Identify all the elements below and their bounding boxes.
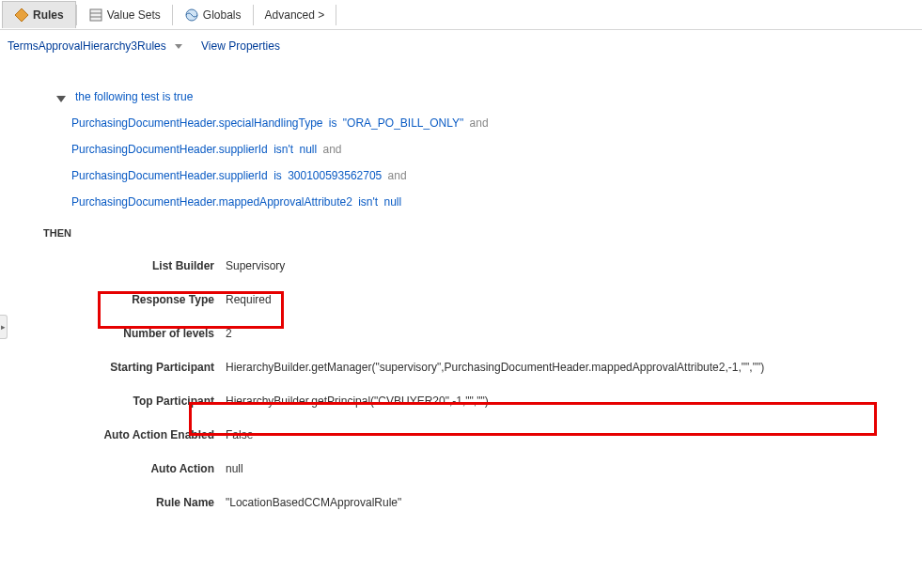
side-expand-handle[interactable]: ▸: [0, 315, 8, 339]
prop-label: Response Type: [47, 293, 226, 306]
condition-op: isn't: [273, 143, 293, 156]
condition-op: is: [273, 169, 282, 182]
test-header: the following test is true: [56, 90, 884, 103]
prop-value[interactable]: False: [226, 428, 253, 441]
prop-value[interactable]: Supervisory: [226, 259, 285, 272]
collapse-icon[interactable]: [56, 96, 66, 102]
tab-label: Globals: [203, 8, 242, 22]
prop-label: List Builder: [47, 259, 226, 272]
tab-bar: Rules Value Sets Globals Advanced >: [0, 0, 922, 30]
condition-row[interactable]: PurchasingDocumentHeader.supplierId isn'…: [71, 143, 884, 156]
rules-icon: [14, 8, 29, 23]
svg-rect-1: [90, 9, 102, 21]
condition-value: 300100593562705: [288, 169, 382, 182]
value-sets-icon: [88, 8, 103, 23]
prop-label: Auto Action: [47, 462, 226, 475]
tab-advanced[interactable]: Advanced >: [254, 3, 336, 27]
prop-response-type: Response Type Required: [47, 289, 884, 310]
tab-globals[interactable]: Globals: [173, 2, 253, 28]
condition-value: null: [384, 195, 402, 209]
condition-and: and: [388, 169, 407, 182]
prop-rule-name: Rule Name "LocationBasedCCMApprovalRule": [47, 492, 884, 513]
prop-label: Top Participant: [47, 395, 226, 408]
condition-op: is: [329, 116, 337, 130]
prop-value[interactable]: "LocationBasedCCMApprovalRule": [226, 496, 401, 509]
prop-value[interactable]: Required: [226, 293, 272, 306]
condition-row[interactable]: PurchasingDocumentHeader.supplierId is 3…: [71, 169, 884, 182]
prop-num-levels: Number of levels 2: [47, 323, 884, 344]
condition-field: PurchasingDocumentHeader.supplierId: [71, 169, 268, 182]
condition-value: null: [299, 143, 317, 156]
prop-auto-action: Auto Action null: [47, 458, 884, 479]
condition-value: "ORA_PO_BILL_ONLY": [343, 116, 463, 130]
tab-label: Value Sets: [107, 8, 161, 22]
chevron-down-icon: [175, 44, 182, 49]
prop-value[interactable]: HierarchyBuilder.getPrincipal("CVBUYER20…: [226, 395, 489, 408]
view-properties-link[interactable]: View Properties: [201, 39, 280, 53]
condition-row[interactable]: PurchasingDocumentHeader.mappedApprovalA…: [71, 195, 884, 209]
svg-marker-0: [15, 8, 28, 22]
prop-starting-participant: Starting Participant HierarchyBuilder.ge…: [47, 357, 884, 378]
prop-label: Number of levels: [47, 327, 226, 340]
tab-rules[interactable]: Rules: [2, 1, 76, 28]
tab-label: Rules: [33, 8, 64, 22]
globals-icon: [184, 8, 199, 23]
condition-field: PurchasingDocumentHeader.specialHandling…: [71, 116, 323, 130]
prop-label: Auto Action Enabled: [47, 428, 226, 441]
condition-field: PurchasingDocumentHeader.mappedApprovalA…: [71, 195, 352, 209]
prop-auto-action-enabled: Auto Action Enabled False: [47, 425, 884, 445]
separator: [336, 5, 336, 25]
condition-and: and: [322, 143, 341, 156]
condition-and: and: [470, 116, 489, 130]
prop-label: Rule Name: [47, 496, 226, 509]
condition-field: PurchasingDocumentHeader.supplierId: [71, 143, 268, 156]
conditions-block: PurchasingDocumentHeader.specialHandling…: [71, 116, 884, 209]
prop-top-participant: Top Participant HierarchyBuilder.getPrin…: [47, 391, 884, 411]
prop-label: Starting Participant: [47, 361, 226, 374]
condition-op: isn't: [358, 195, 378, 209]
tab-value-sets[interactable]: Value Sets: [77, 2, 172, 28]
action-properties: List Builder Supervisory Response Type R…: [47, 255, 884, 513]
prop-value[interactable]: null: [226, 462, 243, 475]
prop-list-builder: List Builder Supervisory: [47, 255, 884, 276]
ruleset-name: TermsApprovalHierarchy3Rules: [8, 39, 166, 53]
rule-header: TermsApprovalHierarchy3Rules View Proper…: [0, 30, 922, 62]
prop-value[interactable]: HierarchyBuilder.getManager("supervisory…: [226, 361, 764, 374]
prop-value[interactable]: 2: [226, 327, 232, 340]
test-title[interactable]: the following test is true: [75, 90, 193, 103]
then-label: THEN: [43, 227, 884, 239]
rule-content: the following test is true PurchasingDoc…: [0, 62, 922, 545]
ruleset-dropdown[interactable]: TermsApprovalHierarchy3Rules: [8, 39, 182, 53]
condition-row[interactable]: PurchasingDocumentHeader.specialHandling…: [71, 116, 884, 130]
tab-label: Advanced >: [265, 8, 325, 22]
